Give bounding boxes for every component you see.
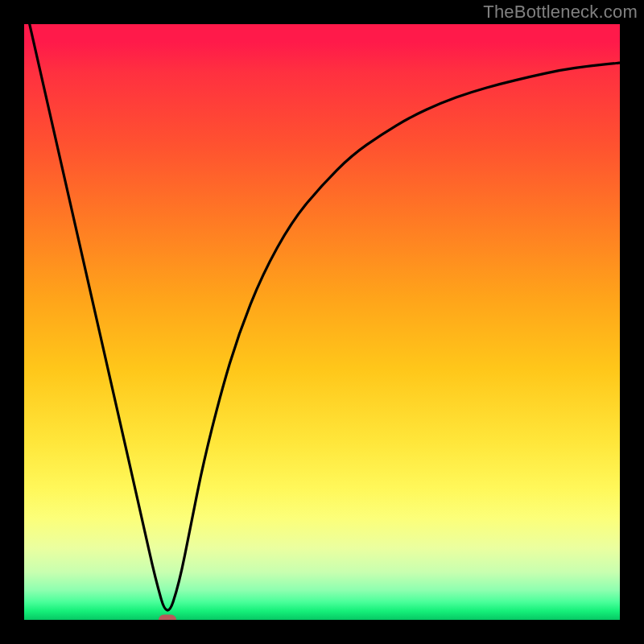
- curve-path: [24, 24, 620, 610]
- watermark-text: TheBottleneck.com: [483, 2, 638, 23]
- optimum-marker: [159, 615, 176, 621]
- chart-frame: TheBottleneck.com: [0, 0, 644, 644]
- bottleneck-curve: [24, 24, 620, 620]
- plot-area: [24, 24, 620, 620]
